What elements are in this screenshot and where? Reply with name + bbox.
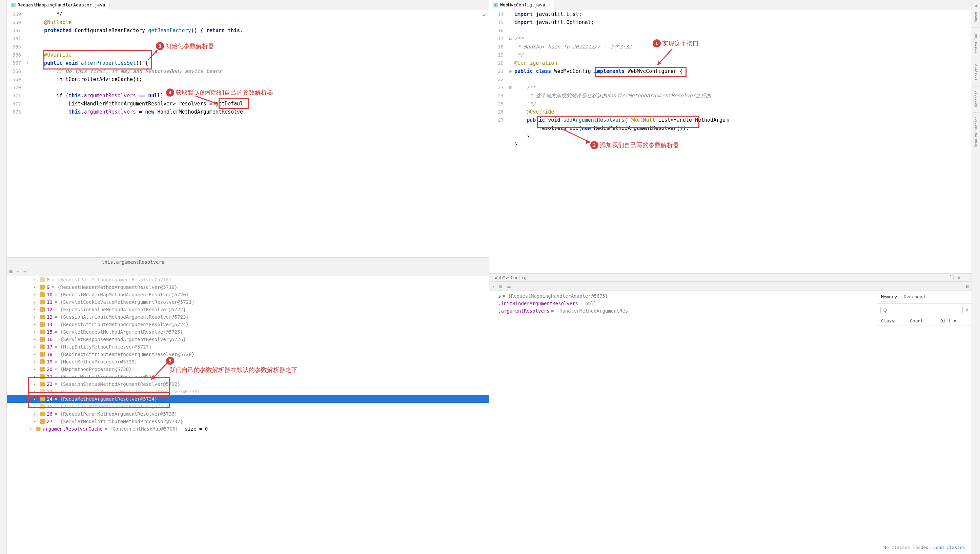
callout-4-bubble: 4 <box>166 88 174 97</box>
memory-panel: Memory Overhead ⚙ Class Count Diff ▼ <box>877 291 972 554</box>
debug-path-bar: this.argumentResolvers <box>7 258 489 267</box>
filter-icon[interactable]: ▾ <box>492 284 495 289</box>
tab-label: RequestMappingHandlerAdapter.java <box>18 2 105 8</box>
left-gutter-strip <box>0 0 7 554</box>
object-icon <box>40 359 45 364</box>
callout-2: 2 添加我们自己写的参数解析器 <box>590 141 679 149</box>
right-tabs: C WebMvcConfig.java × <box>489 0 972 10</box>
tree-row[interactable]: ▸ 25 = {PrincipalMethodArgumentResolver@… <box>7 403 489 410</box>
tool-zoolytic[interactable]: zoolytic <box>974 61 978 83</box>
right-breadcrumb: WebMvcConfig ⛶ ⚙ — <box>489 273 972 281</box>
right-line-numbers: 1415161718192021222324252627 <box>489 10 506 273</box>
tool-database[interactable]: Database <box>974 88 978 110</box>
callout-2-bubble: 2 <box>590 141 598 149</box>
object-icon <box>40 307 45 312</box>
tree-row[interactable]: ▸ 24 = {RedisMethodArgumentResolver@5734… <box>7 395 489 403</box>
callout-1: 1 实现这个接口 <box>653 39 699 48</box>
object-icon <box>40 367 45 372</box>
tree-row[interactable]: ▸ 9 = {RequestHeaderMethodArgumentResolv… <box>7 283 489 291</box>
object-icon <box>40 419 45 424</box>
object-icon <box>40 315 45 319</box>
tab-request-mapping[interactable]: C RequestMappingHandlerAdapter.java <box>7 0 110 10</box>
callout-3: 3 初始化参数解析器 <box>156 42 214 50</box>
object-icon <box>40 404 45 409</box>
debug-vars-right: s= {RequestMappingHandlerAdapter@5675} .… <box>489 291 877 554</box>
object-icon <box>40 345 45 349</box>
tree-row[interactable]: ▸ 10 = {RequestHeaderMapMethodArgumentRe… <box>7 291 489 299</box>
tool-maven[interactable]: Maven <box>974 9 978 25</box>
right-gutter-icons: ⊟◉⊟ <box>506 10 514 273</box>
debug-tool-icon[interactable]: ▦ <box>10 268 12 275</box>
java-class-icon: C <box>493 3 498 8</box>
object-icon <box>40 300 45 305</box>
tree-row[interactable]: ▸ 21 = {ErrorsMethodArgumentResolver@573… <box>7 373 489 380</box>
field-icon <box>36 426 41 431</box>
tree-icon[interactable]: ☰ <box>507 284 511 289</box>
object-icon <box>40 330 45 334</box>
tree-row[interactable]: ▸ 16 = {ServletResponseMethodArgumentRes… <box>7 336 489 343</box>
memory-body: No classes loaded. Load classes <box>877 326 972 554</box>
debug-toolbar: ▦ ← → <box>7 267 489 276</box>
callout-5: 我们自己的参数解析器在默认的参数解析器之下 <box>169 366 298 374</box>
tree-row[interactable]: ▸ 19 = {ModelMethodProcessor@5729} <box>7 358 489 366</box>
left-code[interactable]: */ @Nullable protected ConfigurableBeanF… <box>32 10 489 257</box>
close-icon[interactable]: × <box>547 2 550 8</box>
object-icon <box>40 374 45 379</box>
grid-icon[interactable]: ▦ <box>500 284 502 289</box>
tree-row[interactable]: ▸ 13 = {SessionAttributeMethodArgumentRe… <box>7 313 489 321</box>
callout-4: 4 获取默认的和我们自己的参数解析器 <box>166 88 273 97</box>
tree-extra-row[interactable]: ▸ argumentResolverCache = {ConcurrentHas… <box>7 425 489 433</box>
tree-row[interactable]: ▸ 8 = {RequestPartMethodArgumentResolver… <box>7 276 489 283</box>
java-class-icon: C <box>11 3 16 8</box>
right-code-area[interactable]: 1415161718192021222324252627 ⊟◉⊟ import … <box>489 10 972 273</box>
tool-bean-validation[interactable]: Bean Validation <box>974 114 978 150</box>
callout-1-bubble: 1 <box>653 39 661 48</box>
forward-icon[interactable]: → <box>23 268 26 275</box>
tab-label: WebMvcConfig.java <box>500 2 545 8</box>
object-icon <box>40 412 45 416</box>
tool-restful[interactable]: RestfulTool <box>974 29 978 57</box>
back-icon[interactable]: ← <box>16 268 19 275</box>
tab-overhead[interactable]: Overhead <box>904 293 925 302</box>
tree-row[interactable]: ▸ 14 = {RequestAttributeMethodArgumentRe… <box>7 321 489 328</box>
tree-row[interactable]: ▸ 11 = {ServletCookieValueMethodArgument… <box>7 299 489 306</box>
minimize-icon[interactable]: — <box>963 275 966 280</box>
object-icon <box>40 277 45 282</box>
object-icon <box>40 389 45 394</box>
memory-columns: Class Count Diff ▼ <box>877 316 972 326</box>
tree-row[interactable]: ▸ 22 = {SessionStatusMethodArgumentResol… <box>7 380 489 388</box>
memory-search-input[interactable] <box>880 306 963 314</box>
debug-icon-bar: ▾ ▦ ☰ ◧ <box>489 281 972 291</box>
left-gutter-icons: ⬆ <box>24 10 32 257</box>
tab-webmvcconfig[interactable]: C WebMvcConfig.java × <box>489 0 554 10</box>
right-editor-pane: C WebMvcConfig.java × 141516171819202122… <box>489 0 972 554</box>
expand-icon[interactable]: ⛶ <box>950 275 954 280</box>
tree-row[interactable]: ▸ 27 = {ServletModelAttributeMethodProce… <box>7 418 489 425</box>
tree-row[interactable]: ▸ 26 = {RequestParamMethodArgumentResolv… <box>7 410 489 418</box>
tree-row[interactable]: ▸ 12 = {ExpressionValueMethodArgumentRes… <box>7 306 489 313</box>
tree-row[interactable]: ▸ 18 = {RedirectAttributesMethodArgument… <box>7 351 489 358</box>
tree-row[interactable]: ▸ 23 = {UriComponentsBuilderMethodArgume… <box>7 388 489 395</box>
object-icon <box>40 292 45 297</box>
right-code[interactable]: import java.util.List; import java.util.… <box>514 10 972 273</box>
gear-icon[interactable]: ⚙ <box>966 308 968 313</box>
left-line-numbers: 559560561564565566567568569570571572573 <box>7 10 24 257</box>
object-icon <box>40 397 45 401</box>
callout-5-bubble-wrap: 5 <box>166 357 174 365</box>
left-code-area[interactable]: ✔ 55956056156456556656756856957057157257… <box>7 10 489 257</box>
callout-3-bubble: 3 <box>156 42 164 50</box>
tree-rows: ▸ 8 = {RequestPartMethodArgumentResolver… <box>7 276 489 425</box>
load-classes-link[interactable]: Load classes <box>933 545 965 550</box>
maven-icon[interactable]: m <box>974 3 978 9</box>
tree-row[interactable]: ▸ 17 = {HttpEntityMethodProcessor@5727} <box>7 343 489 351</box>
tree-row[interactable]: ▸ 15 = {ServletRequestMethodArgumentReso… <box>7 328 489 336</box>
debug-tree: this.argumentResolvers ▦ ← → ▸ 8 = {Requ… <box>7 257 489 554</box>
memory-tabs: Memory Overhead <box>877 291 972 304</box>
object-icon <box>40 322 45 327</box>
gear-icon[interactable]: ⚙ <box>957 275 960 280</box>
object-icon <box>40 285 45 289</box>
layout-icon[interactable]: ◧ <box>966 284 969 289</box>
object-icon <box>40 352 45 357</box>
tab-memory[interactable]: Memory <box>881 293 897 302</box>
callout-5-bubble: 5 <box>166 357 174 365</box>
